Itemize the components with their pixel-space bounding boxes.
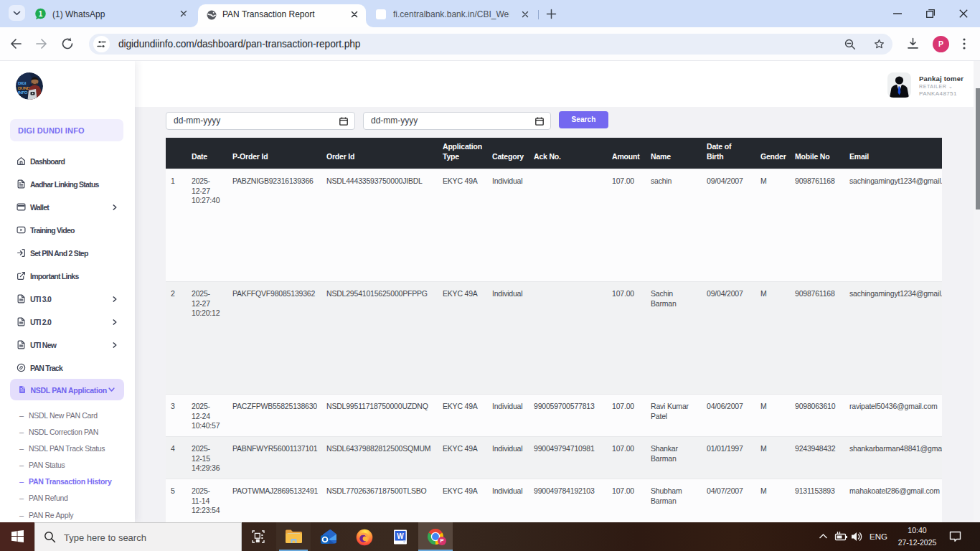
svg-text:W: W <box>397 532 404 540</box>
svg-text:INFO: INFO <box>18 90 28 95</box>
svg-text:1: 1 <box>39 10 43 18</box>
